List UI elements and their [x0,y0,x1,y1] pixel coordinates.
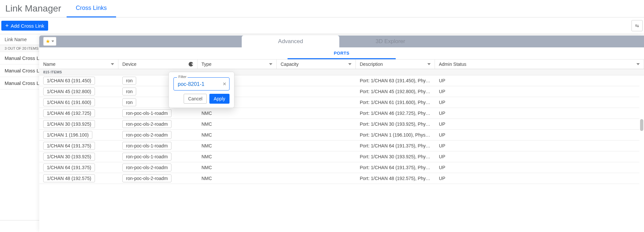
col-type[interactable]: Type [198,60,277,69]
cell-admin-status: UP [435,77,639,85]
device-chip[interactable]: ron-poc-ols-2-roadm [122,120,171,128]
cell-description: Port: 1/CHAN 46 (192.725), Physical Dev… [360,111,431,116]
filter-input[interactable] [177,81,219,88]
cell-admin-status: UP [435,142,639,150]
tab-cross-links[interactable]: Cross Links [67,0,116,17]
cell-admin-status: UP [435,153,639,161]
cell-description: Port: 1/CHAN 64 (191.375), Physical Dev… [360,165,431,170]
page-title: Link Manager [0,3,67,14]
port-name-chip[interactable]: 1/CHAN 61 (191.600) [43,98,95,106]
table-row[interactable]: 1/CHAN 64 (191.375)ron-poc-ols-2-roadmNM… [39,162,639,173]
cell-type: NMC [198,174,277,182]
col-device-label: Device [122,62,137,67]
cell-capacity [277,123,356,125]
col-device[interactable]: Device [118,60,198,69]
mode-tab-advanced[interactable]: Advanced [242,36,339,47]
cell-type: NMC [198,142,277,150]
col-capacity[interactable]: Capacity [277,60,356,69]
table-row[interactable]: 1/CHAN 61 (191.600)ronNMCPort: 1/CHAN 61… [39,97,639,108]
table-row[interactable]: 1/CHAN 45 (192.800)ronNMCPort: 1/CHAN 45… [39,86,639,97]
cell-description: Port: 1/CHAN 45 (192.800), Physical Dev… [360,89,431,94]
filter-icon[interactable] [111,63,114,65]
vertical-scrollbar[interactable] [640,119,643,232]
col-description[interactable]: Description [356,60,435,69]
cell-capacity [277,155,356,158]
table-row[interactable]: 1/CHAN 46 (192.725)ron-poc-ols-1-roadmNM… [39,108,639,119]
col-type-label: Type [201,62,211,67]
cell-description: Port: 1/CHAN 63 (191.450), Physical Dev… [360,78,431,83]
swap-icon: ⇆ [635,23,639,28]
device-chip[interactable]: ron [122,88,136,95]
cell-capacity [277,79,356,82]
port-name-chip[interactable]: 1/CHAN 48 (192.575) [43,174,95,182]
col-name[interactable]: Name [39,60,118,69]
sub-tab-ports[interactable]: PORTS [288,47,395,59]
cell-type: NMC [198,109,277,117]
port-name-chip[interactable]: 1/CHAN 30 (193.925) [43,153,95,161]
grid-items-count: 815 ITEMS [39,69,644,75]
cell-description: Port: 1/CHAN 1 (196.100), Physical Devic… [360,132,431,138]
port-name-chip[interactable]: 1/CHAN 1 (196.100) [43,131,92,139]
cell-admin-status: UP [435,174,639,182]
add-cross-link-label: Add Cross Link [11,23,45,29]
table-row[interactable]: 1/CHAN 30 (193.925)ron-poc-ols-1-roadmNM… [39,151,639,162]
col-admin-status[interactable]: Admin Status [435,60,644,69]
table-row[interactable]: 1/CHAN 63 (191.450)ronNMCPort: 1/CHAN 63… [39,75,639,86]
chevron-down-icon [51,40,54,42]
filter-icon[interactable] [427,63,431,65]
col-admin-label: Admin Status [439,62,466,67]
cell-description: Port: 1/CHAN 48 (192.575), Physical Dev… [360,176,431,181]
port-name-chip[interactable]: 1/CHAN 63 (191.450) [43,77,95,85]
cell-admin-status: UP [435,164,639,171]
port-name-chip[interactable]: 1/CHAN 45 (192.800) [43,88,95,95]
cell-admin-status: UP [435,131,639,139]
cell-capacity [277,134,356,136]
cell-admin-status: UP [435,120,639,128]
scrollbar-thumb[interactable] [640,119,643,131]
filter-icon[interactable] [269,63,272,65]
device-chip[interactable]: ron [122,98,136,106]
device-chip[interactable]: ron-poc-ols-2-roadm [122,174,171,182]
cell-capacity [277,166,356,169]
cell-description: Port: 1/CHAN 30 (193.925), Physical Dev… [360,154,431,159]
cell-capacity [277,144,356,147]
col-name-label: Name [43,62,55,67]
filter-icon[interactable] [636,63,640,65]
clear-icon[interactable]: ✕ [223,81,227,87]
port-name-chip[interactable]: 1/CHAN 64 (191.375) [43,164,95,171]
cell-type: NMC [198,131,277,139]
device-chip[interactable]: ron-poc-ols-1-roadm [122,153,171,161]
cell-capacity [277,177,356,180]
filter-label: Filter [177,75,188,79]
cell-type: NMC [198,120,277,128]
device-chip[interactable]: ron [122,77,136,85]
table-row[interactable]: 1/CHAN 64 (191.375)ron-poc-ols-1-roadmNM… [39,141,639,151]
plus-icon: + [5,23,9,29]
port-name-chip[interactable]: 1/CHAN 64 (191.375) [43,142,95,150]
favorite-dropdown[interactable]: ★ [43,37,56,46]
mode-tab-3d-explorer[interactable]: 3D Explorer [339,36,442,47]
add-cross-link-button[interactable]: + Add Cross Link [1,21,48,31]
apply-button[interactable]: Apply [209,94,230,104]
device-chip[interactable]: ron-poc-ols-2-roadm [122,131,171,139]
cancel-button[interactable]: Cancel [184,94,207,104]
device-chip[interactable]: ron-poc-ols-1-roadm [122,109,171,117]
filter-icon[interactable] [348,63,352,65]
col-capacity-label: Capacity [281,62,298,67]
device-chip[interactable]: ron-poc-ols-1-roadm [122,142,171,150]
cell-admin-status: UP [435,88,639,95]
port-name-chip[interactable]: 1/CHAN 46 (192.725) [43,109,95,117]
star-icon: ★ [46,38,50,44]
filter-icon-active[interactable] [189,62,193,66]
cell-capacity [277,112,356,115]
port-name-chip[interactable]: 1/CHAN 30 (193.925) [43,120,95,128]
table-row[interactable]: 1/CHAN 1 (196.100)ron-poc-ols-2-roadmNMC… [39,130,639,141]
col-description-label: Description [360,62,383,67]
cell-type: NMC [198,164,277,171]
device-filter-popover: Filter ✕ Cancel Apply [169,72,234,108]
table-row[interactable]: 1/CHAN 30 (193.925)ron-poc-ols-2-roadmNM… [39,119,639,130]
device-chip[interactable]: ron-poc-ols-2-roadm [122,164,171,171]
cell-capacity [277,90,356,93]
swap-button[interactable]: ⇆ [631,20,643,31]
table-row[interactable]: 1/CHAN 48 (192.575)ron-poc-ols-2-roadmNM… [39,173,639,184]
